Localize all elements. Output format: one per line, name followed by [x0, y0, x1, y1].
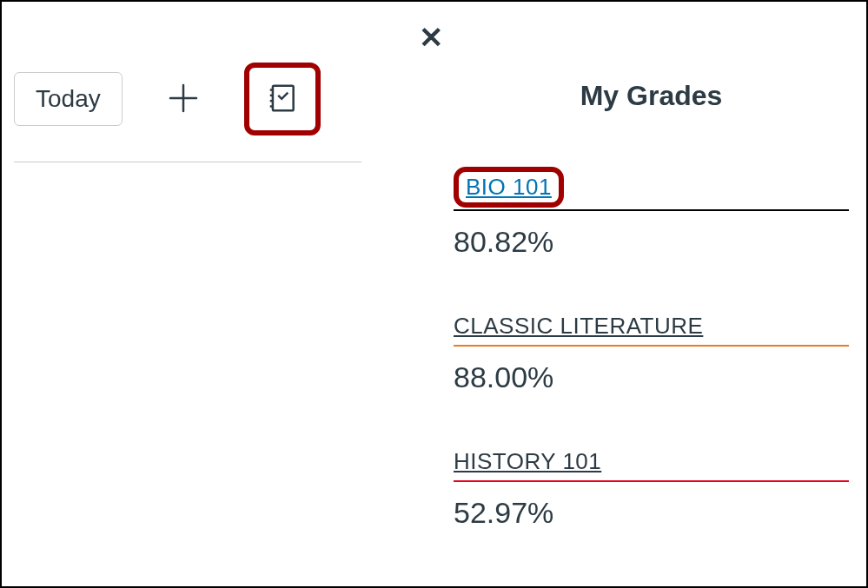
course-divider: BIO 101: [454, 167, 849, 211]
close-button[interactable]: ✕: [419, 23, 443, 52]
gradebook-icon: [266, 82, 299, 117]
course-link[interactable]: CLASSIC LITERATURE: [454, 313, 849, 347]
course-link[interactable]: BIO 101: [466, 174, 552, 200]
plus-icon: [166, 81, 201, 118]
add-item-button[interactable]: [157, 73, 209, 125]
highlight-gradebook: [244, 63, 321, 135]
course-grade: 88.00%: [454, 360, 849, 394]
panel-title: My Grades: [454, 80, 849, 112]
course-grade: 52.97%: [454, 496, 849, 530]
course-link[interactable]: HISTORY 101: [454, 448, 849, 482]
highlight-course-link: BIO 101: [454, 167, 564, 208]
today-button[interactable]: Today: [14, 72, 123, 126]
course-item: HISTORY 101 52.97%: [454, 448, 849, 530]
course-item: BIO 101 80.82%: [454, 167, 849, 259]
planner-toolbar: Today: [14, 63, 361, 162]
grades-list: BIO 101 80.82% CLASSIC LITERATURE 88.00%…: [454, 167, 849, 584]
course-grade: 80.82%: [454, 225, 849, 259]
course-item: CLASSIC LITERATURE 88.00%: [454, 313, 849, 394]
gradebook-button[interactable]: [256, 73, 308, 125]
close-icon: ✕: [419, 21, 443, 54]
